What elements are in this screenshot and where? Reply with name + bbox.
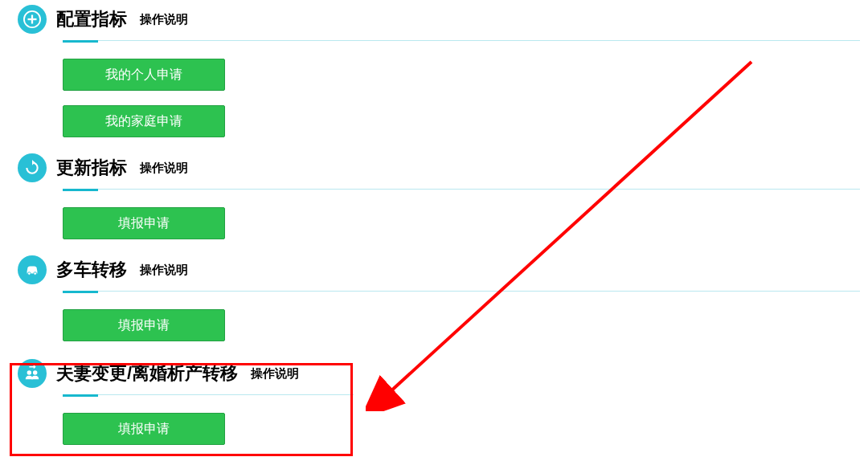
submit-apply-button[interactable]: 填报申请 [63, 309, 225, 341]
section-title: 夫妻变更/离婚析产转移 [56, 361, 238, 386]
section-multi-car-transfer: 多车转移 操作说明 填报申请 [0, 252, 868, 341]
svg-marker-3 [32, 160, 35, 165]
button-column: 填报申请 [63, 413, 868, 445]
operation-hint-link[interactable]: 操作说明 [140, 12, 188, 27]
svg-point-5 [34, 272, 37, 275]
submit-apply-button[interactable]: 填报申请 [63, 207, 225, 239]
section-header: 配置指标 操作说明 [0, 2, 868, 34]
divider [63, 394, 354, 397]
svg-point-4 [28, 272, 31, 275]
button-column: 我的个人申请 我的家庭申请 [63, 59, 868, 137]
svg-point-7 [33, 370, 37, 375]
divider [63, 189, 860, 191]
operation-hint-link[interactable]: 操作说明 [140, 263, 188, 278]
submit-apply-button[interactable]: 填报申请 [63, 413, 225, 445]
family-apply-button[interactable]: 我的家庭申请 [63, 105, 225, 137]
button-column: 填报申请 [63, 207, 868, 239]
section-title: 多车转移 [56, 258, 127, 282]
section-header: 更新指标 操作说明 [0, 150, 868, 182]
section-update-quota: 更新指标 操作说明 填报申请 [0, 150, 868, 239]
section-title: 配置指标 [56, 7, 127, 31]
operation-hint-link[interactable]: 操作说明 [251, 366, 299, 381]
section-title: 更新指标 [56, 156, 127, 180]
personal-apply-button[interactable]: 我的个人申请 [63, 59, 225, 91]
divider [63, 40, 860, 43]
svg-point-6 [27, 370, 32, 375]
section-header: 多车转移 操作说明 [0, 252, 868, 284]
people-transfer-icon [18, 359, 47, 388]
divider [63, 291, 860, 293]
operation-hint-link[interactable]: 操作说明 [140, 161, 188, 176]
section-spouse-divorce-transfer: 夫妻变更/离婚析产转移 操作说明 填报申请 [0, 354, 868, 445]
section-config-quota: 配置指标 操作说明 我的个人申请 我的家庭申请 [0, 0, 868, 137]
section-header: 夫妻变更/离婚析产转移 操作说明 [0, 356, 868, 388]
plus-icon [18, 5, 47, 34]
car-icon [18, 255, 47, 284]
button-column: 填报申请 [63, 309, 868, 341]
refresh-icon [18, 153, 47, 182]
